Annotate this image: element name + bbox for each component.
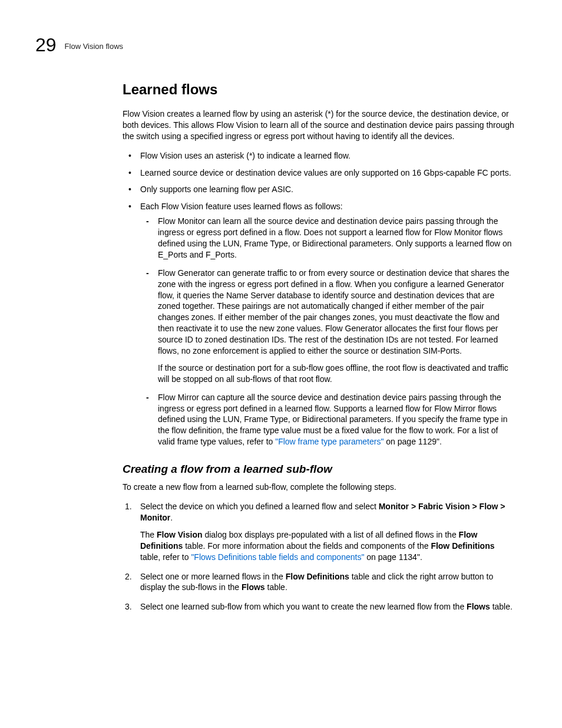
step-text: Select one learned sub-flow from which y…	[140, 602, 467, 611]
list-item: Each Flow Vision feature uses learned fl…	[123, 201, 515, 447]
list-item: Flow Vision uses an asterisk (*) to indi…	[123, 150, 515, 162]
step-text: dialog box displays pre-populated with a…	[203, 530, 459, 539]
dash-list: Flow Monitor can learn all the source de…	[140, 216, 515, 447]
step-text: table.	[265, 582, 287, 592]
step-text: Select one or more learned flows in the	[140, 572, 286, 581]
document-page: 29 Flow Vision flows Learned flows Flow …	[0, 0, 562, 728]
step-item: Select one learned sub-flow from which y…	[123, 601, 515, 612]
bullet-list: Flow Vision uses an asterisk (*) to indi…	[123, 150, 515, 447]
step-item: Select the device on which you defined a…	[123, 501, 515, 562]
cross-reference-link[interactable]: "Flow frame type parameters"	[275, 437, 384, 446]
section-intro: Flow Vision creates a learned flow by us…	[123, 108, 515, 142]
list-item: Learned source device or destination dev…	[123, 167, 515, 179]
step-paragraph: The Flow Vision dialog box displays pre-…	[140, 529, 515, 563]
subsection-intro: To create a new flow from a learned sub-…	[123, 482, 515, 493]
content-area: Learned flows Flow Vision creates a lear…	[123, 81, 515, 612]
step-text: table, refer to	[140, 552, 191, 562]
list-item-text: Flow Generator can generate traffic to o…	[158, 268, 510, 355]
step-item: Select one or more learned flows in the …	[123, 571, 515, 594]
list-item-text: on page 1129".	[384, 437, 441, 446]
ui-element-name: Flow Vision	[157, 530, 203, 539]
ui-element-name: Flows	[467, 602, 490, 611]
step-text: The	[140, 530, 157, 539]
running-title: Flow Vision flows	[65, 42, 123, 51]
running-header: 29 Flow Vision flows	[35, 35, 527, 54]
step-text: table.	[490, 602, 513, 611]
step-text: on page 1134".	[364, 552, 422, 562]
step-text: table. For more information about the fi…	[183, 541, 431, 551]
list-item: Only supports one learning flow per ASIC…	[123, 184, 515, 195]
subsection-title: Creating a flow from a learned sub-flow	[123, 463, 515, 476]
list-item-text: Each Flow Vision feature uses learned fl…	[140, 202, 343, 211]
ui-element-name: Flows	[242, 582, 265, 592]
step-text: .	[170, 513, 173, 522]
chapter-number: 29	[35, 35, 57, 54]
step-list: Select the device on which you defined a…	[123, 501, 515, 612]
list-item: Flow Mirror can capture all the source d…	[140, 392, 515, 447]
cross-reference-link[interactable]: "Flows Definitions table fields and comp…	[191, 552, 364, 562]
list-item: Flow Generator can generate traffic to o…	[140, 268, 515, 385]
step-text: Select the device on which you defined a…	[140, 502, 379, 511]
list-item: Flow Monitor can learn all the source de…	[140, 216, 515, 261]
ui-element-name: Flow Definitions	[286, 572, 349, 581]
section-title: Learned flows	[123, 81, 515, 98]
ui-element-name: Flow Definitions	[431, 541, 494, 551]
sub-paragraph: If the source or destination port for a …	[158, 363, 515, 385]
